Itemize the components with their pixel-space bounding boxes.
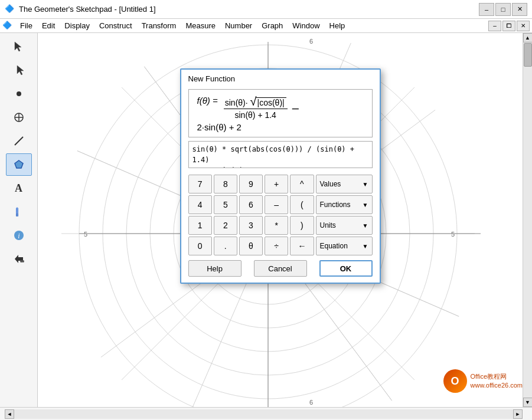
close-button[interactable]: ✕ xyxy=(512,3,527,16)
units-dropdown[interactable]: Units ▼ xyxy=(316,216,373,235)
calc-5[interactable]: 5 xyxy=(214,195,237,214)
calc-rparen[interactable]: ) xyxy=(290,216,314,235)
calc-7[interactable]: 7 xyxy=(188,175,212,193)
calc-multiply[interactable]: * xyxy=(265,216,288,235)
window-title: The Geometer's Sketchpad - [Untitled 1] xyxy=(19,5,479,14)
calc-0[interactable]: 0 xyxy=(188,237,212,255)
menu-graph[interactable]: Graph xyxy=(257,20,288,31)
watermark-line1: Office教程网 xyxy=(471,372,523,381)
new-function-dialog: New Function f(θ) = sin(θ)· √ |cos(θ)| xyxy=(180,68,381,284)
menu-close-btn[interactable]: ✕ xyxy=(517,21,530,31)
calc-plus[interactable]: + xyxy=(265,175,288,193)
help-button[interactable]: Help xyxy=(188,260,241,277)
pointer-tool[interactable] xyxy=(6,35,32,58)
marker-tool[interactable] xyxy=(6,201,32,223)
calc-9[interactable]: 9 xyxy=(239,175,263,193)
compass-tool[interactable] xyxy=(6,106,32,129)
main-area: A i 6 6 5 5 xyxy=(0,33,532,407)
maximize-button[interactable]: □ xyxy=(495,3,511,16)
menu-max-btn[interactable]: ⧠ xyxy=(502,21,515,31)
menu-construct[interactable]: Construct xyxy=(94,20,137,31)
calculator-grid: 7 8 9 + ^ Values ▼ 4 5 6 – ( F xyxy=(188,175,373,255)
formula-extra: 2·sin(θ) + 2 xyxy=(197,122,241,132)
status-bar: ◄ ► xyxy=(0,407,532,420)
watermark-logo: O xyxy=(443,369,467,393)
calc-3[interactable]: 3 xyxy=(239,216,263,235)
menu-measure[interactable]: Measure xyxy=(181,20,220,31)
formula-denominator: sin(θ) + 1.4 xyxy=(233,109,277,120)
info-tool[interactable]: i xyxy=(6,224,32,247)
right-scrollbar: ▲ ▼ xyxy=(523,33,532,407)
menu-display[interactable]: Display xyxy=(60,20,94,31)
scroll-track-bottom[interactable] xyxy=(14,409,513,419)
more-tool[interactable] xyxy=(6,248,32,270)
svg-marker-0 xyxy=(15,42,21,51)
menu-transform[interactable]: Transform xyxy=(137,20,181,31)
menu-file[interactable]: File xyxy=(15,20,37,31)
calc-backspace[interactable]: ← xyxy=(290,237,314,255)
formula-numerator: sin(θ)· √ |cos(θ)| xyxy=(224,96,288,109)
svg-marker-7 xyxy=(15,160,23,168)
calc-divide[interactable]: ÷ xyxy=(265,237,288,255)
calc-8[interactable]: 8 xyxy=(214,175,237,193)
watermark-text: Office教程网 www.office26.com xyxy=(471,372,523,391)
dialog-footer: Help Cancel OK xyxy=(188,260,373,277)
arrow-tool[interactable] xyxy=(6,59,32,81)
equation-dropdown-arrow: ▼ xyxy=(363,243,368,250)
functions-dropdown[interactable]: Functions ▼ xyxy=(316,195,373,214)
values-label: Values xyxy=(320,180,341,188)
svg-text:i: i xyxy=(18,232,19,240)
cancel-button[interactable]: Cancel xyxy=(254,260,307,277)
calc-dot[interactable]: . xyxy=(214,237,237,255)
sqrt-wrapper: √ |cos(θ)| xyxy=(250,96,286,107)
canvas-area[interactable]: 6 6 5 5 xyxy=(38,33,523,407)
ok-button[interactable]: OK xyxy=(319,260,373,277)
calc-4[interactable]: 4 xyxy=(188,195,212,214)
calc-power[interactable]: ^ xyxy=(290,175,314,193)
calc-theta[interactable]: θ xyxy=(239,237,263,255)
calc-1[interactable]: 1 xyxy=(188,216,212,235)
menu-bar-controls: – ⧠ ✕ xyxy=(488,21,530,31)
scroll-up-btn[interactable]: ▲ xyxy=(523,33,533,42)
units-label: Units xyxy=(320,221,336,229)
formula-display: f(θ) = sin(θ)· √ |cos(θ)| sin(θ) + 1.4 xyxy=(188,89,373,137)
app-icon: 🔷 xyxy=(5,4,15,15)
formula-input[interactable]: sin(θ) * sqrt(abs(cos(θ))) / (sin(θ) + 1… xyxy=(188,141,373,168)
menu-min-btn[interactable]: – xyxy=(488,21,501,31)
minimize-button[interactable]: – xyxy=(479,3,494,16)
dialog-title: New Function xyxy=(181,70,380,86)
scroll-right-btn[interactable]: ► xyxy=(513,409,523,419)
equation-dropdown[interactable]: Equation ▼ xyxy=(316,237,373,255)
window-controls: – □ ✕ xyxy=(479,3,527,16)
calc-lparen[interactable]: ( xyxy=(290,195,314,214)
svg-line-6 xyxy=(15,137,23,145)
polygon-tool[interactable] xyxy=(6,153,32,176)
menu-window[interactable]: Window xyxy=(288,20,324,31)
equation-label: Equation xyxy=(320,242,348,250)
line-tool[interactable] xyxy=(6,130,32,152)
scroll-track-right[interactable] xyxy=(523,42,533,398)
text-tool[interactable]: A xyxy=(6,177,32,199)
values-dropdown[interactable]: Values ▼ xyxy=(316,175,373,193)
functions-label: Functions xyxy=(320,201,351,209)
calc-minus[interactable]: – xyxy=(265,195,288,214)
values-dropdown-arrow: ▼ xyxy=(363,181,368,188)
point-tool[interactable] xyxy=(6,83,32,105)
dialog-overlay: New Function f(θ) = sin(θ)· √ |cos(θ)| xyxy=(38,33,523,407)
menu-bar: 🔷 File Edit Display Construct Transform … xyxy=(0,19,532,33)
toolbar: A i xyxy=(0,33,38,407)
menu-number[interactable]: Number xyxy=(220,20,257,31)
menu-help[interactable]: Help xyxy=(325,20,350,31)
title-bar: 🔷 The Geometer's Sketchpad - [Untitled 1… xyxy=(0,0,532,19)
scroll-left-btn[interactable]: ◄ xyxy=(5,409,14,419)
watermark: O Office教程网 www.office26.com xyxy=(443,369,523,393)
app-menu-icon: 🔷 xyxy=(2,21,13,31)
formula-lhs: f(θ) = xyxy=(197,96,218,106)
calc-2[interactable]: 2 xyxy=(214,216,237,235)
calc-6[interactable]: 6 xyxy=(239,195,263,214)
functions-dropdown-arrow: ▼ xyxy=(363,202,368,208)
scroll-down-btn[interactable]: ▼ xyxy=(523,398,533,407)
scroll-thumb-right[interactable] xyxy=(524,43,532,67)
menu-edit[interactable]: Edit xyxy=(37,20,60,31)
svg-point-2 xyxy=(17,91,21,96)
